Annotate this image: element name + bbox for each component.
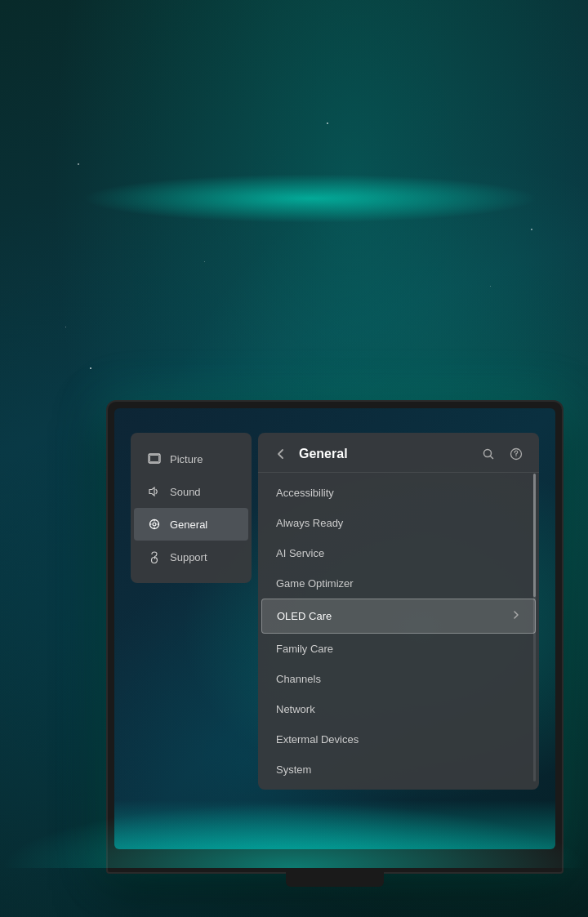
menu-item-label-always-ready: Always Ready <box>276 517 343 529</box>
menu-item-label-game-optimizer: Game Optimizer <box>276 577 354 590</box>
general-icon <box>147 517 162 532</box>
svg-marker-2 <box>149 487 154 496</box>
help-button[interactable] <box>506 444 526 464</box>
support-icon <box>147 550 162 564</box>
svg-point-10 <box>154 559 155 559</box>
header-icons <box>479 444 526 464</box>
svg-point-14 <box>515 456 516 456</box>
menu-item-label-system: System <box>276 763 311 776</box>
scroll-indicator[interactable] <box>533 474 536 781</box>
scroll-thumb <box>533 474 536 597</box>
sidebar-label-picture: Picture <box>170 453 203 465</box>
sidebar-item-support[interactable]: Support <box>134 541 248 573</box>
svg-line-12 <box>490 456 492 458</box>
menu-item-ai-service[interactable]: AI Service <box>261 538 536 568</box>
menu-item-network[interactable]: Network <box>261 694 536 724</box>
search-button[interactable] <box>479 444 498 464</box>
svg-point-4 <box>153 523 156 526</box>
menu-item-label-family-care: Family Care <box>276 643 333 655</box>
menu-item-game-optimizer[interactable]: Game Optimizer <box>261 568 536 599</box>
back-button[interactable] <box>271 444 291 464</box>
menu-item-family-care[interactable]: Family Care <box>261 634 536 664</box>
sidebar: Picture Sound <box>131 433 252 583</box>
tv-frame: Picture Sound <box>106 400 564 874</box>
menu-overlay: Picture Sound <box>114 408 555 849</box>
menu-item-external-devices[interactable]: Extermal Devices <box>261 724 536 755</box>
picture-icon <box>147 452 162 466</box>
panel-header: General <box>258 433 539 473</box>
menu-item-label-channels: Channels <box>276 673 321 685</box>
tv-stand <box>286 872 384 887</box>
sidebar-label-general: General <box>170 519 207 531</box>
main-panel: General <box>258 433 539 790</box>
menu-item-accessibility[interactable]: Accessibility <box>261 478 536 508</box>
menu-item-oled-care[interactable]: OLED Care <box>261 599 536 634</box>
menu-item-channels[interactable]: Channels <box>261 664 536 694</box>
menu-item-always-ready[interactable]: Always Ready <box>261 508 536 538</box>
chevron-right-icon <box>512 608 520 624</box>
sound-icon <box>147 484 162 499</box>
sidebar-item-picture[interactable]: Picture <box>134 443 248 475</box>
sidebar-item-general[interactable]: General <box>134 508 248 541</box>
menu-item-label-ai-service: AI Service <box>276 547 324 559</box>
sidebar-label-sound: Sound <box>170 486 201 498</box>
menu-item-label-network: Network <box>276 703 315 715</box>
menu-list: AccessibilityAlways ReadyAI ServiceGame … <box>258 473 539 790</box>
sidebar-label-support: Support <box>170 551 207 563</box>
svg-rect-1 <box>150 456 159 462</box>
sidebar-item-sound[interactable]: Sound <box>134 475 248 508</box>
menu-item-label-accessibility: Accessibility <box>276 487 334 499</box>
panel-title: General <box>299 447 470 461</box>
menu-item-label-oled-care: OLED Care <box>277 610 332 622</box>
menu-item-label-external-devices: Extermal Devices <box>276 733 359 746</box>
menu-item-system[interactable]: System <box>261 755 536 785</box>
